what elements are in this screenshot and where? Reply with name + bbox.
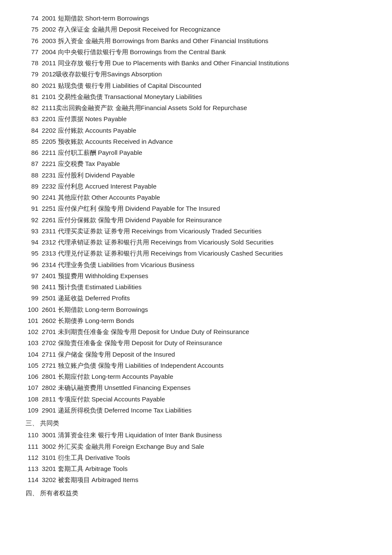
item-number: 90 [26,192,42,203]
item-number: 96 [26,259,42,270]
item-content: 3202 被套期项目 Arbitraged Items [42,474,366,485]
list-item: 962314 代理业务负债 Liabilities from Vicarious… [26,259,366,270]
item-content: 2211 应付职工薪酬 Payroll Payable [42,147,366,158]
list-item: 1042711 保户储金 保险专用 Deposit of the Insured [26,349,366,360]
item-content: 2001 短期借款 Short-term Borrowings [42,13,366,24]
list-item: 1133201 套期工具 Arbitrage Tools [26,463,366,474]
list-item: 802021 贴现负债 银行专用 Liabilities of Capital … [26,80,366,91]
item-number: 111 [26,441,42,452]
list-item: 1113002 外汇买卖 金融共用 Foreign Exchange Buy a… [26,441,366,452]
item-content: 2811 专项应付款 Special Accounts Payable [42,394,366,405]
item-number: 79 [26,69,42,80]
item-content: 2251 应付保户红利 保险专用 Dividend Payable for Th… [42,203,366,214]
item-content: 2711 保户储金 保险专用 Deposit of the Insured [42,349,366,360]
list-item: 832201 应付票据 Notes Payable [26,113,366,125]
item-content: 2011 同业存放 银行专用 Due to Placements with Ba… [42,58,366,69]
item-number: 92 [26,215,42,226]
list-item: 982411 预计负债 Estimated Liabilities [26,282,366,293]
list-item: 902241 其他应付款 Other Accounts Payable [26,192,366,203]
list-item: 852205 预收账款 Accounts Received in Advance [26,136,366,147]
list-item: 872221 应交税费 Tax Payable [26,158,366,169]
item-content: 2312 代理承销证券款 证券和银行共用 Receivings from Vic… [42,237,366,248]
item-content: 2004 向中央银行借款银行专用 Borrowings from the Cen… [42,46,366,58]
list-item: 1022701 未到期责任准备金 保险专用 Deposit for Undue … [26,326,366,337]
item-number: 99 [26,293,42,304]
item-number: 110 [26,430,42,441]
item-content: 2602 长期债券 Long-term Bonds [42,315,366,326]
item-content: 2012吸收存款银行专用Savings Absorption [42,69,366,80]
item-number: 81 [26,91,42,102]
list-item: 1143202 被套期项目 Arbitraged Items [26,474,366,485]
item-number: 98 [26,282,42,293]
item-number: 105 [26,360,42,371]
item-content: 3002 外汇买卖 金融共用 Foreign Exchange Buy and … [42,441,366,452]
item-number: 107 [26,382,42,393]
item-content: 2701 未到期责任准备金 保险专用 Deposit for Undue Dut… [42,326,366,337]
item-number: 104 [26,349,42,360]
item-content: 2002 存入保证金 金融共用 Deposit Received for Rec… [42,24,366,35]
list-item: 882231 应付股利 Dividend Payable [26,170,366,181]
list-item: 772004 向中央银行借款银行专用 Borrowings from the C… [26,46,366,58]
item-content: 2231 应付股利 Dividend Payable [42,170,366,181]
item-content: 2021 贴现负债 银行专用 Liabilities of Capital Di… [42,80,366,91]
list-item: 812101 交易性金融负债 Transactional Moneytary L… [26,91,366,102]
item-content: 2801 长期应付款 Long-term Accounts Payable [42,371,366,382]
list-item: 892232 应付利息 Accrued Interest Payable [26,181,366,192]
item-number: 109 [26,405,42,416]
item-number: 100 [26,304,42,315]
list-item: 1103001 清算资金往来 银行专用 Liquidation of Inter… [26,430,366,441]
list-item: 752002 存入保证金 金融共用 Deposit Received for R… [26,24,366,35]
list-item: 822111卖出回购金融资产款 金融共用Financial Assets Sol… [26,102,366,113]
item-content: 2232 应付利息 Accrued Interest Payable [42,181,366,192]
list-item: 842202 应付账款 Accounts Payable [26,125,366,136]
item-number: 76 [26,35,42,46]
list-item: 1052721 独立账户负债 保险专用 Liabilities of Indep… [26,360,366,371]
item-number: 85 [26,136,42,147]
item-number: 95 [26,248,42,259]
item-number: 87 [26,158,42,169]
item-number: 75 [26,24,42,35]
item-content: 2202 应付账款 Accounts Payable [42,125,366,136]
main-list: 742001 短期借款 Short-term Borrowings752002 … [26,13,366,416]
list-item: 1072802 未确认融资费用 Unsettled Financing Expe… [26,382,366,393]
item-number: 77 [26,46,42,58]
list-item: 952313 代理兑付证券款 证券和银行共用 Receivings from V… [26,248,366,259]
item-number: 106 [26,371,42,382]
item-number: 102 [26,326,42,337]
item-content: 2221 应交税费 Tax Payable [42,158,366,169]
list-item: 742001 短期借款 Short-term Borrowings [26,13,366,24]
list-item: 1062801 长期应付款 Long-term Accounts Payable [26,371,366,382]
item-content: 3001 清算资金往来 银行专用 Liquidation of Inter Ba… [42,430,366,441]
item-content: 3101 衍生工具 Derivative Tools [42,452,366,463]
item-content: 2901 递延所得税负债 Deferred Income Tax Liabili… [42,405,366,416]
item-number: 108 [26,394,42,405]
item-number: 78 [26,58,42,69]
item-content: 2401 预提费用 Withholding Expenses [42,270,366,282]
list-item: 1123101 衍生工具 Derivative Tools [26,452,366,463]
list-item: 792012吸收存款银行专用Savings Absorption [26,69,366,80]
section3-list: 1103001 清算资金往来 银行专用 Liquidation of Inter… [26,430,366,485]
list-item: 972401 预提费用 Withholding Expenses [26,270,366,282]
list-item: 922261 应付分保账款 保险专用 Dividend Payable for … [26,215,366,226]
item-number: 112 [26,452,42,463]
list-item: 1032702 保险责任准备金 保险专用 Deposit for Duty of… [26,337,366,349]
item-content: 2721 独立账户负债 保险专用 Liabilities of Independ… [42,360,366,371]
item-number: 103 [26,337,42,349]
list-item: 932311 代理买卖证券款 证券专用 Receivings from Vica… [26,226,366,237]
item-content: 2411 预计负债 Estimated Liabilities [42,282,366,293]
item-content: 2313 代理兑付证券款 证券和银行共用 Receivings from Vic… [42,248,366,259]
item-content: 2311 代理买卖证券款 证券专用 Receivings from Vicari… [42,226,366,237]
list-item: 1092901 递延所得税负债 Deferred Income Tax Liab… [26,405,366,416]
list-item: 1002601 长期借款 Long-term Borrowings [26,304,366,315]
list-item: 762003 拆入资金 金融共用 Borrowings from Banks a… [26,35,366,46]
list-item: 782011 同业存放 银行专用 Due to Placements with … [26,58,366,69]
item-content: 2601 长期借款 Long-term Borrowings [42,304,366,315]
section-four-header: 四、 所有者权益类 [26,488,366,499]
item-content: 2802 未确认融资费用 Unsettled Financing Expense… [42,382,366,393]
list-item: 1012602 长期债券 Long-term Bonds [26,315,366,326]
item-content: 2702 保险责任准备金 保险专用 Deposit for Duty of Re… [42,337,366,349]
item-number: 89 [26,181,42,192]
item-number: 83 [26,113,42,125]
item-number: 84 [26,125,42,136]
item-content: 2205 预收账款 Accounts Received in Advance [42,136,366,147]
